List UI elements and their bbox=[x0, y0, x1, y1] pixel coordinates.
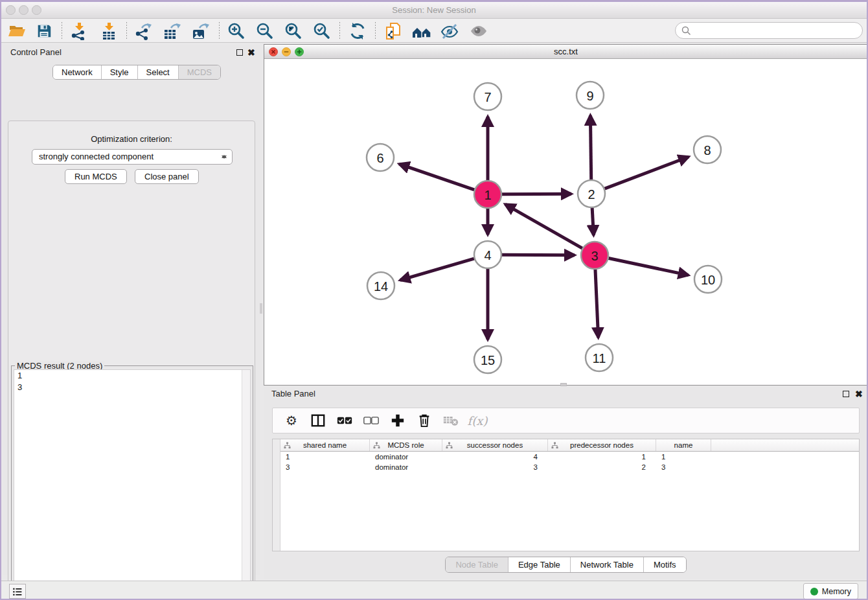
graph-edge-1-2[interactable] bbox=[502, 194, 571, 194]
search-field[interactable] bbox=[675, 22, 863, 39]
close-panel-button[interactable]: Close panel bbox=[135, 169, 199, 184]
table-cell[interactable]: 1 bbox=[280, 452, 370, 462]
graph-node-10[interactable]: 10 bbox=[694, 266, 722, 293]
graph-edge-3-10[interactable] bbox=[609, 259, 689, 275]
graph-node-14[interactable]: 14 bbox=[367, 272, 394, 299]
split-columns-icon[interactable] bbox=[310, 413, 326, 428]
mcds-result-item[interactable]: 1 bbox=[14, 370, 250, 382]
graph-edge-2-8[interactable] bbox=[605, 157, 689, 189]
table-cell[interactable]: dominator bbox=[370, 452, 442, 462]
column-header-successor-nodes[interactable]: successor nodes bbox=[442, 439, 548, 451]
table-cell[interactable]: 3 bbox=[280, 462, 370, 472]
window-close-button[interactable] bbox=[6, 5, 16, 15]
delete-column-icon[interactable] bbox=[417, 413, 432, 428]
graph-node-6[interactable]: 6 bbox=[367, 144, 394, 171]
export-image-icon[interactable] bbox=[188, 21, 212, 41]
criterion-dropdown[interactable]: strongly connected component bbox=[32, 149, 233, 165]
open-file-icon[interactable] bbox=[5, 21, 29, 41]
delete-table-icon[interactable] bbox=[443, 413, 459, 428]
graph-node-1[interactable]: 1 bbox=[474, 181, 501, 208]
graph-node-9[interactable]: 9 bbox=[577, 82, 604, 109]
table-panel-close-icon[interactable]: ✖ bbox=[855, 389, 863, 399]
column-header-MCDS-role[interactable]: MCDS role bbox=[370, 439, 442, 451]
hide-selected-icon[interactable] bbox=[438, 21, 461, 41]
table-row[interactable]: 3dominator323 bbox=[280, 462, 859, 472]
graph-node-15[interactable]: 15 bbox=[474, 346, 501, 373]
netwin-zoom-icon[interactable] bbox=[295, 47, 304, 56]
svg-text:10: 10 bbox=[701, 273, 715, 287]
netwin-close-icon[interactable] bbox=[269, 47, 278, 56]
tab-node-table[interactable]: Node Table bbox=[446, 557, 508, 572]
tab-network[interactable]: Network bbox=[53, 65, 101, 79]
zoom-out-icon[interactable] bbox=[253, 21, 277, 41]
settings-icon[interactable]: ⚙ bbox=[284, 413, 299, 428]
svg-text:2: 2 bbox=[588, 187, 595, 202]
save-session-icon[interactable] bbox=[32, 21, 56, 41]
node-table-body: 1dominator4113dominator323 bbox=[280, 452, 859, 551]
table-cell[interactable]: dominator bbox=[370, 462, 442, 472]
window-minimize-button[interactable] bbox=[19, 5, 29, 15]
export-network-icon[interactable] bbox=[131, 21, 155, 41]
mcds-result-item[interactable]: 3 bbox=[14, 382, 250, 393]
export-table-icon[interactable] bbox=[160, 21, 183, 41]
function-builder-icon[interactable]: f(x) bbox=[470, 413, 485, 428]
table-cell[interactable]: 4 bbox=[442, 452, 548, 462]
tab-motifs[interactable]: Motifs bbox=[643, 557, 686, 572]
mcds-result-list[interactable]: 1 3 bbox=[14, 369, 251, 600]
graph-edge-4-3[interactable] bbox=[502, 255, 575, 255]
deselect-all-columns-icon[interactable] bbox=[363, 413, 379, 428]
column-header-predecessor-nodes[interactable]: predecessor nodes bbox=[548, 439, 656, 451]
import-network-icon[interactable] bbox=[67, 21, 91, 41]
zoom-selected-icon[interactable] bbox=[310, 21, 334, 41]
window-zoom-button[interactable] bbox=[32, 5, 41, 15]
column-header-name[interactable]: name bbox=[656, 439, 711, 451]
graph-edge-2-9[interactable] bbox=[590, 115, 591, 179]
graph-node-11[interactable]: 11 bbox=[586, 344, 613, 371]
graph-edge-3-11[interactable] bbox=[595, 270, 599, 338]
add-column-icon[interactable] bbox=[390, 413, 405, 428]
memory-label: Memory bbox=[822, 587, 851, 596]
graph-node-2[interactable]: 2 bbox=[578, 180, 605, 207]
show-all-icon[interactable] bbox=[467, 21, 490, 41]
result-scrollbar[interactable] bbox=[242, 370, 250, 600]
graph-node-8[interactable]: 8 bbox=[694, 136, 721, 163]
zoom-fit-icon[interactable] bbox=[282, 21, 305, 41]
search-input[interactable] bbox=[691, 26, 862, 36]
graph-edge-4-14[interactable] bbox=[400, 259, 474, 280]
graph-node-4[interactable]: 4 bbox=[474, 241, 501, 268]
split-handle-vertical[interactable] bbox=[260, 303, 262, 314]
apply-layout-icon[interactable] bbox=[410, 21, 433, 41]
graph-node-3[interactable]: 3 bbox=[581, 242, 608, 269]
memory-button[interactable]: Memory bbox=[803, 583, 858, 599]
netwin-minimize-icon[interactable] bbox=[282, 47, 291, 56]
graph-node-7[interactable]: 7 bbox=[474, 83, 501, 110]
run-mcds-button[interactable]: Run MCDS bbox=[65, 169, 127, 184]
tab-edge-table[interactable]: Edge Table bbox=[508, 557, 570, 572]
tab-mcds[interactable]: MCDS bbox=[178, 65, 220, 79]
table-cell[interactable]: 1 bbox=[548, 452, 656, 462]
table-row[interactable]: 1dominator411 bbox=[280, 452, 859, 462]
column-header-shared-name[interactable]: shared name bbox=[280, 439, 370, 451]
zoom-in-icon[interactable] bbox=[225, 21, 248, 41]
tab-select[interactable]: Select bbox=[137, 65, 178, 79]
control-panel-close-icon[interactable]: ✖ bbox=[247, 47, 255, 58]
table-cell[interactable]: 3 bbox=[656, 462, 711, 472]
refresh-view-icon[interactable] bbox=[346, 21, 369, 41]
tab-style[interactable]: Style bbox=[101, 65, 137, 79]
table-cell[interactable]: 1 bbox=[656, 452, 711, 462]
graph-edge-1-6[interactable] bbox=[399, 164, 474, 190]
network-window-titlebar[interactable]: scc.txt bbox=[264, 45, 867, 59]
tab-network-table[interactable]: Network Table bbox=[570, 557, 643, 572]
graph-edge-2-3[interactable] bbox=[592, 208, 593, 235]
control-panel-float-icon[interactable] bbox=[236, 49, 243, 56]
table-panel-float-icon[interactable] bbox=[843, 391, 849, 397]
control-panel-tabs: Network Style Select MCDS bbox=[52, 65, 221, 80]
graph-edge-3-1[interactable] bbox=[505, 204, 582, 248]
table-cell[interactable]: 2 bbox=[548, 462, 656, 472]
copy-current-view-icon[interactable] bbox=[382, 21, 405, 41]
import-table-icon[interactable] bbox=[97, 21, 120, 41]
select-all-columns-icon[interactable] bbox=[337, 413, 352, 428]
table-cell[interactable]: 3 bbox=[442, 462, 548, 472]
network-graph[interactable]: 7968124314101511 bbox=[264, 59, 867, 385]
task-history-button[interactable] bbox=[9, 584, 26, 599]
